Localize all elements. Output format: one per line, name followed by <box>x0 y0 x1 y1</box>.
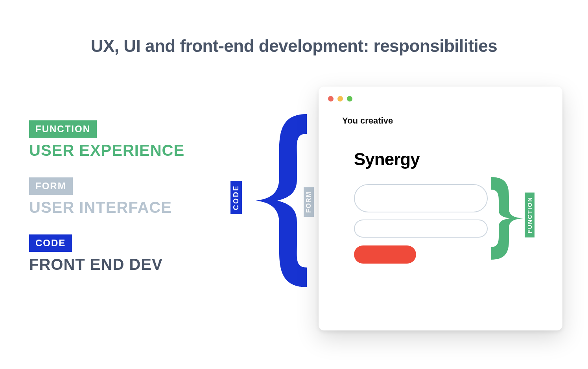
brace-code: CODE <box>228 114 307 287</box>
mock-input-1 <box>354 184 488 212</box>
window-subtitle: You creative <box>342 116 393 126</box>
diagram-stage: UX, UI and front-end development: respon… <box>0 0 588 369</box>
mock-submit-button <box>354 245 416 264</box>
brace-function: FUNCTION <box>491 177 538 260</box>
window-close-icon <box>328 96 334 101</box>
window-traffic-lights <box>328 96 352 101</box>
legend-user-experience: USER EXPERIENCE <box>29 142 184 159</box>
mock-input-2 <box>354 220 488 238</box>
legend-front-end-dev: FRONT END DEV <box>29 256 184 273</box>
window-zoom-icon <box>347 96 352 101</box>
brace-form-label: FORM <box>304 187 314 217</box>
page-title: UX, UI and front-end development: respon… <box>0 36 588 56</box>
tag-function: FUNCTION <box>29 120 97 138</box>
window-title: Synergy <box>354 149 420 169</box>
legend-user-interface: USER INTERFACE <box>29 199 184 216</box>
brace-function-label: FUNCTION <box>525 193 535 238</box>
brace-code-label: CODE <box>230 181 242 214</box>
tag-code: CODE <box>29 234 72 252</box>
window-minimize-icon <box>337 96 343 101</box>
tag-form: FORM <box>29 177 73 195</box>
legend-column: FUNCTION USER EXPERIENCE FORM USER INTER… <box>29 120 184 292</box>
